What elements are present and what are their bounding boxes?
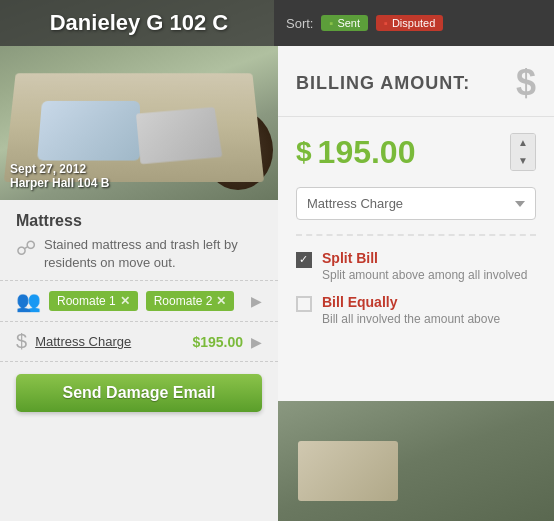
amount-value: 195.00 [318,134,505,171]
dollar-icon: $ [16,330,27,353]
image-caption: Sept 27, 2012 Harper Hall 104 B [10,162,109,190]
right-bottom-photo [278,401,554,521]
roommate-2-label: Roomate 2 [154,294,213,308]
bed-pillow [37,101,140,161]
split-bill-label: Split Bill [322,250,527,266]
photo-overlay [298,441,398,501]
bill-equally-text: Bill Equally Bill all involved the amoun… [322,294,500,326]
send-damage-email-button[interactable]: Send Damage Email [16,374,262,412]
bed-item [136,107,222,164]
spinner-down-button[interactable]: ▼ [511,152,535,170]
bill-equally-label: Bill Equally [322,294,500,310]
roommate-2-tag[interactable]: Roomate 2 ✕ [146,291,235,311]
section-description-row: ☍ Stained mattress and trash left by res… [16,236,262,272]
sort-label: Sort: [286,16,313,31]
billing-dollar-icon: $ [516,62,536,104]
disputed-badge[interactable]: Disputed [376,15,443,31]
bill-equally-checkbox[interactable] [296,296,312,312]
top-bar: Sort: Sent Disputed [274,0,554,46]
notes-icon: ☍ [16,238,36,258]
charge-label[interactable]: Mattress Charge [35,334,184,349]
page-title: Danieley G 102 C [50,10,229,36]
damage-image: Danieley G 102 C Sept 27, 2012 Harper Ha… [0,0,278,200]
description-section: Mattress ☍ Stained mattress and trash le… [0,200,278,281]
image-date: Sept 27, 2012 [10,162,109,176]
sent-label: Sent [337,17,360,29]
billing-header: BILLING AMOUNT: $ [278,46,554,117]
charge-section: $ Mattress Charge $195.00 ▶ [0,322,278,362]
charge-expand-icon[interactable]: ▶ [251,334,262,350]
split-bill-row: Split Bill Split amount above among all … [296,250,536,282]
sent-badge[interactable]: Sent [321,15,368,31]
roommates-section: 👥 Roomate 1 ✕ Roomate 2 ✕ ▶ [0,281,278,322]
send-button-area: Send Damage Email [0,362,278,424]
billing-title: BILLING AMOUNT: [296,73,470,94]
disputed-label: Disputed [392,17,435,29]
section-title: Mattress [16,212,262,230]
amount-spinner[interactable]: ▲ ▼ [510,133,536,171]
split-bill-checkbox[interactable] [296,252,312,268]
bill-equally-desc: Bill all involved the amount above [322,312,500,326]
split-bill-desc: Split amount above among all involved [322,268,527,282]
description-text: Stained mattress and trash left by resid… [44,236,262,272]
charge-type-select[interactable]: Mattress Charge [296,187,536,220]
amount-row: $ 195.00 ▲ ▼ [278,117,554,187]
roommate-2-remove[interactable]: ✕ [216,294,226,308]
bill-equally-row: Bill Equally Bill all involved the amoun… [296,294,536,326]
roommate-1-remove[interactable]: ✕ [120,294,130,308]
bill-options: Split Bill Split amount above among all … [278,236,554,346]
roommate-1-label: Roomate 1 [57,294,116,308]
spinner-up-button[interactable]: ▲ [511,134,535,152]
roommate-1-tag[interactable]: Roomate 1 ✕ [49,291,138,311]
left-panel: Danieley G 102 C Sept 27, 2012 Harper Ha… [0,0,278,521]
roommates-expand-icon[interactable]: ▶ [251,293,262,309]
dollar-sign: $ [296,136,312,168]
people-icon: 👥 [16,289,41,313]
charge-type-row: Mattress Charge [278,187,554,234]
split-bill-text: Split Bill Split amount above among all … [322,250,527,282]
charge-amount: $195.00 [192,334,243,350]
title-bar: Danieley G 102 C [0,0,278,46]
image-location: Harper Hall 104 B [10,176,109,190]
